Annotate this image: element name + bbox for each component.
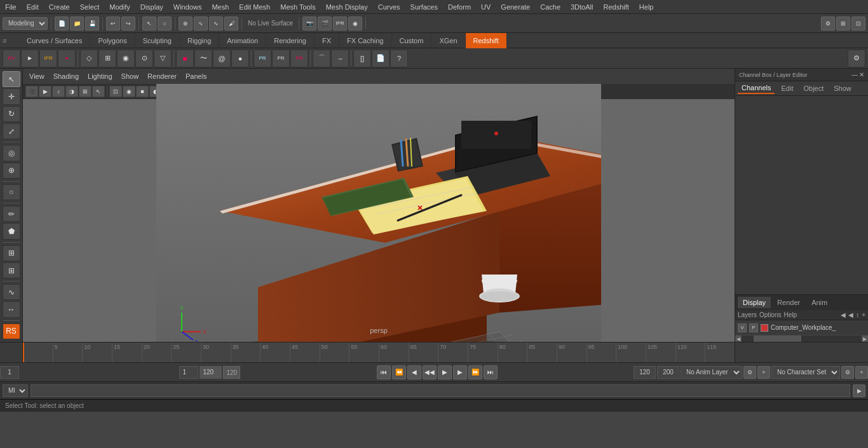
menu-help[interactable]: Help: [634, 2, 659, 12]
icon-cube-red[interactable]: ■: [176, 50, 194, 67]
redshift-light-btn[interactable]: RS: [3, 323, 20, 339]
curve-tool-btn[interactable]: ∿: [3, 284, 20, 300]
range-end-field[interactable]: [657, 366, 679, 379]
layout-btn[interactable]: ⊞: [836, 17, 850, 31]
open-scene-btn[interactable]: 📁: [70, 17, 84, 31]
vi-select-btn[interactable]: ↖: [92, 86, 105, 97]
menu-select[interactable]: Select: [75, 2, 105, 12]
sculpt-btn[interactable]: ⬟: [3, 223, 20, 239]
tab-curves-surfaces[interactable]: Curves / Surfaces: [19, 33, 90, 48]
icon-wave[interactable]: 〜: [194, 50, 212, 67]
vp-menu-renderer[interactable]: Renderer: [144, 71, 180, 81]
tab-rendering[interactable]: Rendering: [266, 33, 315, 48]
vi-bookmark-btn[interactable]: ◑: [65, 86, 78, 97]
current-frame-field[interactable]: [0, 366, 19, 379]
icon-settings[interactable]: ⚙: [848, 50, 865, 67]
menu-windows[interactable]: Windows: [168, 2, 207, 12]
menu-edit-mesh[interactable]: Edit Mesh: [234, 2, 275, 12]
menu-3dtoall[interactable]: 3DtoAll: [566, 2, 598, 12]
icon-sphere[interactable]: ◉: [117, 50, 135, 67]
icon-rv[interactable]: RV: [3, 50, 20, 67]
curve-btn[interactable]: ∿: [209, 17, 223, 31]
tab-polygons[interactable]: Polygons: [90, 33, 135, 48]
skip-start-btn[interactable]: ⏮: [377, 365, 391, 379]
magnet-btn[interactable]: ∿: [194, 17, 208, 31]
tab-redshift[interactable]: Redshift: [466, 33, 507, 48]
scroll-right-btn[interactable]: ▶: [862, 336, 868, 342]
layers-arrow-left[interactable]: ◀: [841, 311, 846, 318]
snap-grid-btn[interactable]: ⊞: [3, 245, 20, 261]
render-btn[interactable]: 🎬: [318, 17, 332, 31]
tab-xgen[interactable]: XGen: [431, 33, 465, 48]
menu-cache[interactable]: Cache: [535, 2, 566, 12]
menu-generate[interactable]: Generate: [496, 2, 535, 12]
vi-play-btn[interactable]: ▶: [39, 86, 51, 97]
skip-end-btn[interactable]: ⏭: [484, 365, 498, 379]
vi-wire-btn[interactable]: ⊡: [109, 86, 122, 97]
layer-tab-anim[interactable]: Anim: [806, 297, 832, 308]
lasso-btn[interactable]: ○: [158, 17, 172, 31]
icon-code[interactable]: []: [353, 50, 371, 67]
workflow-collapse-btn[interactable]: ≡: [3, 37, 6, 44]
icon-cone[interactable]: ▽: [154, 50, 172, 67]
layer-tab-display[interactable]: Display: [738, 297, 771, 308]
step-back-btn[interactable]: ⏪: [392, 365, 406, 379]
tab-sculpting[interactable]: Sculpting: [135, 33, 180, 48]
expand-btn[interactable]: ⊡: [851, 17, 865, 31]
char-set-btn2[interactable]: +: [855, 366, 868, 379]
tab-custom[interactable]: Custom: [392, 33, 432, 48]
script-input[interactable]: [31, 384, 850, 397]
layers-horizontal-scrollbar[interactable]: ◀ ▶: [735, 336, 868, 342]
playback-range-field[interactable]: [200, 366, 222, 379]
redo-btn[interactable]: ↪: [121, 17, 135, 31]
icon-diamond[interactable]: ◇: [80, 50, 98, 67]
undo-btn[interactable]: ↩: [106, 17, 120, 31]
scroll-thumb[interactable]: [754, 336, 802, 342]
rotate-tool-btn[interactable]: ↻: [3, 106, 20, 122]
scale-tool-btn[interactable]: ⤢: [3, 123, 20, 139]
next-frame-btn[interactable]: ▶: [453, 365, 467, 379]
layer-tab-render[interactable]: Render: [772, 297, 805, 308]
ipr-btn[interactable]: IPR: [333, 17, 347, 31]
snap-btn[interactable]: ⊕: [179, 17, 193, 31]
icon-pr3[interactable]: PR: [290, 50, 308, 67]
anim-layer-btn2[interactable]: +: [757, 366, 770, 379]
menu-mesh-display[interactable]: Mesh Display: [321, 2, 373, 12]
icon-sphere2[interactable]: ⊙: [135, 50, 153, 67]
select-btn[interactable]: ↖: [142, 17, 156, 31]
tab-rigging[interactable]: Rigging: [180, 33, 219, 48]
icon-vid[interactable]: ▶: [21, 50, 39, 67]
workspace-selector[interactable]: Modeling: [3, 17, 48, 30]
new-scene-btn[interactable]: 📄: [55, 17, 69, 31]
vi-smooth-btn[interactable]: ◉: [123, 86, 135, 97]
layers-sort-btn[interactable]: ↕: [856, 311, 859, 318]
vi-flat-btn[interactable]: ■: [136, 86, 149, 97]
tab-object[interactable]: Object: [799, 83, 827, 93]
char-set-btn1[interactable]: ⚙: [841, 366, 854, 379]
range-start-field[interactable]: [634, 366, 656, 379]
icon-ipr[interactable]: IPR: [39, 50, 57, 67]
menu-curves[interactable]: Curves: [373, 2, 405, 12]
tab-fx-caching[interactable]: FX Caching: [339, 33, 391, 48]
layers-sub-tab-help[interactable]: Help: [783, 311, 797, 318]
menu-deform[interactable]: Deform: [443, 2, 476, 12]
menu-redshift[interactable]: Redshift: [598, 2, 634, 12]
move-tool-btn[interactable]: ✛: [3, 88, 20, 104]
menu-uv[interactable]: UV: [476, 2, 496, 12]
menu-display[interactable]: Display: [135, 2, 168, 12]
scroll-left-btn[interactable]: ◀: [735, 336, 742, 342]
anim-layer-select[interactable]: No Anim Layer: [681, 366, 742, 379]
icon-bowl[interactable]: ⌒: [313, 50, 330, 67]
vp-menu-view[interactable]: View: [25, 71, 48, 81]
icon-doc[interactable]: 📄: [372, 50, 390, 67]
measure-btn[interactable]: ↔: [3, 301, 20, 317]
icon-spiral[interactable]: @: [213, 50, 231, 67]
vi-audio-btn[interactable]: ♪: [52, 86, 65, 97]
vp-menu-panels[interactable]: Panels: [182, 71, 211, 81]
vp-menu-lighting[interactable]: Lighting: [84, 71, 116, 81]
save-scene-btn[interactable]: 💾: [85, 17, 99, 31]
soft-select-btn[interactable]: ◎: [3, 145, 20, 161]
vp-menu-show[interactable]: Show: [118, 71, 143, 81]
layer-visibility-v[interactable]: V: [738, 323, 747, 332]
layers-sub-tab-options[interactable]: Options: [759, 311, 781, 318]
